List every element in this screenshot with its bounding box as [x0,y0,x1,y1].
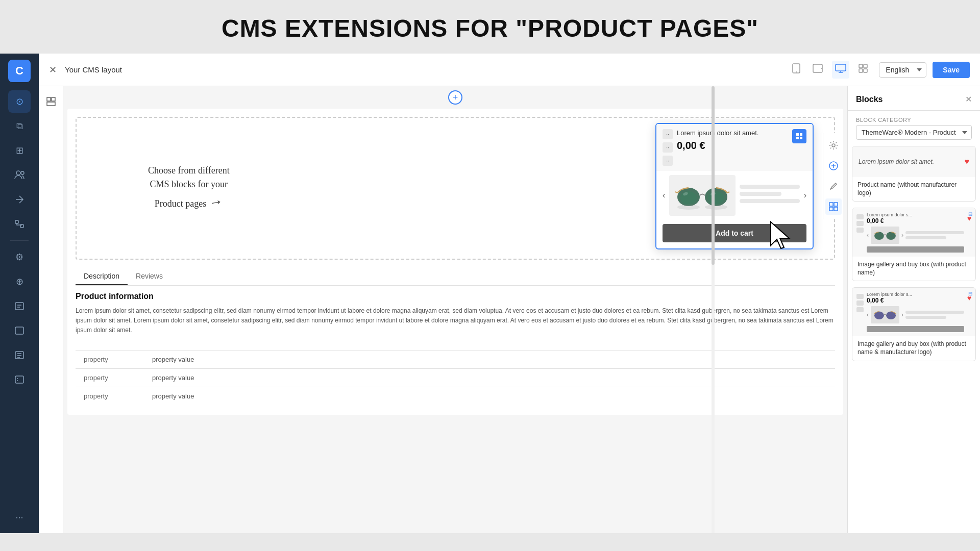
ctrl-btn-2[interactable]: ·· [663,142,673,153]
svg-marker-34 [771,222,789,248]
gallery-prev[interactable]: ‹ [663,191,665,200]
product-details [740,185,799,206]
block-item-1[interactable]: Lorem ipsum dolor sit amet. ♥ Product na… [852,146,976,202]
canvas-content: Choose from different CMS blocks for you… [67,109,843,415]
svg-point-11 [796,71,797,72]
block2-gallery: ‹ [867,227,964,244]
sidebar-item-pages[interactable]: ⧉ [8,115,31,137]
close-button[interactable]: ✕ [49,64,57,76]
ctrl3 [856,307,864,312]
svg-rect-4 [15,303,23,310]
svg-rect-16 [864,64,867,68]
save-button[interactable]: Save [933,62,970,78]
edit-icon[interactable] [825,178,842,194]
blocks-list: Lorem ipsum dolor sit amet. ♥ Product na… [848,146,980,533]
sidebar-item-marketing[interactable] [8,188,31,211]
main-layout: C ⊙ ⧉ ⊞ ⚙ ⊕ ··· ✕ Y [0,54,980,533]
block1-label: Product name (without manufacturer logo) [852,177,975,201]
sidebar-item-orders[interactable] [8,295,31,317]
block2-title: Lorem ipsum dolor s... [867,212,964,217]
block3-prev-icon: ‹ [867,311,869,318]
add-section-button[interactable]: + [448,90,462,105]
svg-rect-24 [796,137,799,139]
block1-text: Lorem ipsum dolor sit amet. [859,158,934,165]
block2-main: Lorem ipsum dolor s... 0,00 € ‹ [867,212,964,253]
block2-badge: ⊟ [968,211,972,217]
detail-line-3 [740,199,799,203]
scrollbar-track[interactable] [712,86,715,533]
product-tabs: Description Reviews [76,268,835,286]
svg-point-9 [17,380,18,381]
prop-val-1: property value [152,356,194,363]
top-banner: CMS EXTENSIONS FOR "PRODUCT PAGES" [0,0,980,54]
ctrl-btn-1[interactable]: ·· [663,129,673,139]
block-item-3[interactable]: ⊟ Lorem ipsum dolor s... 0,00 € [852,287,976,361]
mobile-icon[interactable] [789,60,803,79]
tab-reviews[interactable]: Reviews [128,268,171,285]
block-preview-1: Lorem ipsum dolor sit amet. ♥ [852,146,975,177]
desktop-icon[interactable] [832,61,849,79]
prop-val-3: property value [152,392,194,400]
settings-panel-icon[interactable] [825,137,842,154]
property-row-2: property property value [76,368,835,387]
sidebar-item-users[interactable] [8,164,31,186]
block3-main: Lorem ipsum dolor s... 0,00 € ‹ [867,292,964,332]
block1-heart-icon: ♥ [965,157,970,166]
sidebar-item-catalog[interactable] [8,319,31,342]
svg-point-28 [680,191,697,205]
svg-rect-38 [834,203,838,206]
ctrl-btn-3[interactable]: ·· [663,156,673,166]
block2-info [905,231,964,239]
ctrl1 [856,294,864,299]
prop-key-1: property [76,356,152,363]
sidebar-item-catalog3[interactable] [8,368,31,391]
content-area: ✕ Your CMS layout English [39,54,980,533]
svg-rect-2 [15,220,18,223]
block-category-select[interactable]: ThemeWare® Modern - Product page [856,125,972,140]
tablet-icon[interactable] [810,61,826,79]
svg-rect-40 [834,207,838,211]
scrollbar-thumb[interactable] [712,86,715,265]
svg-point-33 [705,205,727,210]
canvas-right-icons [823,133,843,219]
ctrl2 [856,300,864,306]
blocks-panel-title: Blocks [856,95,883,104]
grid-icon[interactable] [855,61,871,79]
add-block-icon[interactable] [825,158,842,174]
block-item-2[interactable]: ⊟ Lorem ipsum dolor s... 0,00 € [852,208,976,281]
sidebar-item-analytics[interactable]: ⊕ [8,270,31,293]
sidebar-item-catalog2[interactable] [8,344,31,366]
toolbar-right: English German French Save [879,62,970,78]
line2 [905,316,946,319]
sidebar-item-packages[interactable]: ⊞ [8,139,31,162]
canvas-area: + Choose from different CMS blocks for y… [63,86,847,533]
sidebar-item-dashboard[interactable]: ⊙ [8,90,31,113]
product-image [669,175,736,216]
block2-add-btn [867,246,964,253]
svg-rect-17 [859,69,863,72]
sidebar-item-flows[interactable] [8,213,31,235]
product-card-active-icon [792,129,806,143]
gallery-next[interactable]: › [804,191,806,200]
blocks-panel-close-button[interactable]: ✕ [965,94,972,104]
ctrl1 [856,214,864,219]
product-card-info: Lorem ipsum dolor sit amet. 0,00 € [677,129,788,152]
product-card-title: Lorem ipsum dolor sit amet. [677,129,788,138]
sidebar-item-settings[interactable]: ⚙ [8,246,31,268]
layout-icon[interactable] [42,92,60,111]
line2 [905,236,946,239]
sidebar-dark: C ⊙ ⧉ ⊞ ⚙ ⊕ ··· [0,54,39,533]
svg-rect-25 [800,137,802,139]
language-select[interactable]: English German French [879,62,926,78]
detail-line-2 [740,192,781,196]
prop-key-2: property [76,374,152,382]
properties-table: property property value property propert… [76,350,835,405]
product-gallery: ‹ [656,171,813,220]
block2-prev-icon: ‹ [867,232,869,239]
tab-description[interactable]: Description [76,268,128,285]
product-card-controls: ·· ·· ·· [663,129,673,166]
block-preview-3: ⊟ Lorem ipsum dolor s... 0,00 € [852,288,975,336]
sidebar-more-icon[interactable]: ··· [15,512,23,523]
blocks-icon[interactable] [825,198,842,215]
block3-gallery: ‹ [867,306,964,323]
